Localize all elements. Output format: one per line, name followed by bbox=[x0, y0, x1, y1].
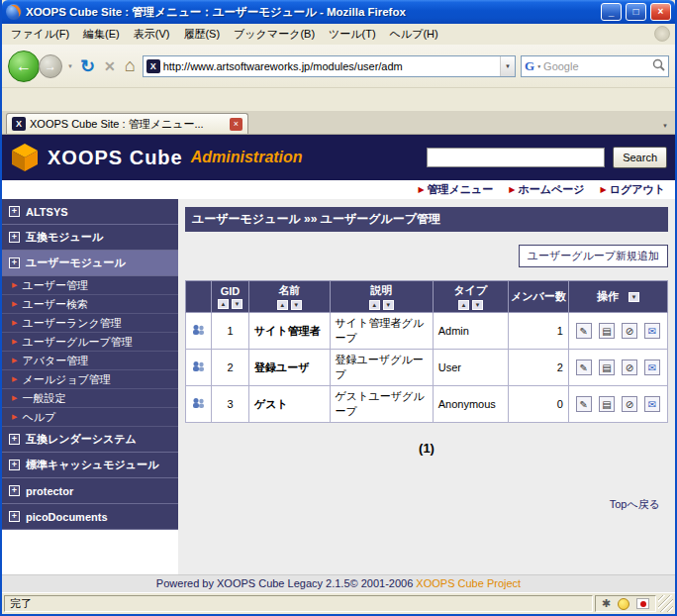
sort-desc-icon[interactable]: ▼ bbox=[472, 300, 483, 310]
sidebar-subitem-user-rank[interactable]: ▶ ユーザーランク管理 bbox=[2, 314, 178, 333]
sort-asc-icon[interactable]: ▲ bbox=[458, 300, 469, 310]
nav-home-page[interactable]: ▶ ホームページ bbox=[509, 182, 584, 197]
minimize-button[interactable]: _ bbox=[601, 3, 622, 21]
tab-bar: X XOOPS Cube Site : 管理メニュー... × ▼ bbox=[2, 112, 675, 135]
reload-button[interactable]: ↻ bbox=[78, 55, 97, 77]
magnifier-icon[interactable] bbox=[652, 58, 665, 73]
sidebar-item-label: picoDocuments bbox=[26, 511, 108, 523]
back-to-top-link[interactable]: Topへ戻る bbox=[185, 497, 668, 512]
sort-asc-icon[interactable]: ▲ bbox=[369, 300, 380, 310]
menu-bookmarks[interactable]: ブックマーク(B) bbox=[227, 25, 322, 44]
search-engine-dropdown-icon[interactable]: ▼ bbox=[536, 63, 541, 69]
sidebar-subitem-label: ユーザー管理 bbox=[22, 278, 88, 293]
type-column-header: タイプ ▲ ▼ bbox=[433, 281, 508, 313]
nav-admin-menu[interactable]: ▶ 管理メニュー bbox=[418, 182, 493, 197]
maximize-button[interactable]: □ bbox=[626, 3, 646, 21]
nav-logout[interactable]: ▶ ログアウト bbox=[601, 182, 665, 197]
sidebar-item-user-module[interactable]: + ユーザーモジュール bbox=[2, 251, 178, 276]
main-content: ユーザーモジュール »» ユーザーグループ管理 ユーザーグループ新規追加 GID… bbox=[178, 199, 675, 574]
close-button[interactable]: × bbox=[650, 3, 671, 21]
resize-grip[interactable] bbox=[658, 595, 673, 612]
sidebar-subitem-label: メールジョブ管理 bbox=[22, 372, 110, 387]
smiley-icon[interactable] bbox=[618, 598, 629, 610]
mail-button[interactable]: ✉ bbox=[644, 396, 660, 412]
sidebar-item-render-system[interactable]: + 互換レンダーシステム bbox=[2, 427, 178, 453]
copy-button[interactable]: ▤ bbox=[599, 323, 615, 339]
icon-column-header bbox=[186, 281, 212, 313]
sort-desc-icon[interactable]: ▼ bbox=[232, 299, 242, 309]
sidebar-subitem-general-settings[interactable]: ▶ 一般設定 bbox=[2, 389, 178, 408]
sidebar-item-cache-module[interactable]: + 標準キャッシュモジュール bbox=[2, 453, 178, 478]
sort-desc-icon[interactable]: ▼ bbox=[383, 300, 394, 310]
sidebar-item-protector[interactable]: + protector bbox=[2, 478, 178, 504]
sidebar-subitem-label: ユーザー検索 bbox=[22, 297, 88, 312]
sidebar-subitem-user-group[interactable]: ▶ ユーザーグループ管理 bbox=[2, 333, 178, 352]
menu-history[interactable]: 履歴(S) bbox=[176, 25, 227, 44]
stop-button[interactable]: ✕ bbox=[102, 58, 118, 74]
site-header: XOOPS Cube Administration Search bbox=[2, 135, 675, 180]
mail-icon: ✉ bbox=[648, 326, 656, 337]
menu-view[interactable]: 表示(V) bbox=[127, 25, 177, 44]
gid-cell: 1 bbox=[212, 313, 249, 350]
site-search-input[interactable] bbox=[427, 148, 605, 167]
edit-icon: ✎ bbox=[580, 362, 588, 373]
table-row: 3 ゲスト ゲストユーザグループ Anonymous 0 ✎ ▤ ⊘ ✉ bbox=[186, 386, 668, 423]
mail-button[interactable]: ✉ bbox=[644, 323, 660, 339]
disable-button[interactable]: ⊘ bbox=[622, 359, 637, 375]
forward-button[interactable]: → bbox=[39, 54, 62, 78]
url-input[interactable] bbox=[163, 60, 497, 72]
google-icon[interactable]: G bbox=[525, 58, 534, 74]
url-dropdown-icon[interactable]: ▼ bbox=[500, 56, 515, 76]
nav-logout-label: ログアウト bbox=[610, 182, 665, 197]
disable-button[interactable]: ⊘ bbox=[622, 396, 637, 412]
sidebar-item-label: ユーザーモジュール bbox=[26, 256, 126, 270]
members-cell: 1 bbox=[509, 313, 569, 350]
nav-admin-menu-label: 管理メニュー bbox=[428, 182, 494, 197]
edit-button[interactable]: ✎ bbox=[576, 359, 592, 375]
sidebar-item-label: 互換レンダーシステム bbox=[26, 432, 137, 447]
copy-button[interactable]: ▤ bbox=[599, 396, 615, 412]
desc-cell: ゲストユーザグループ bbox=[330, 386, 433, 423]
tab-close-icon[interactable]: × bbox=[230, 118, 242, 131]
sidebar-item-compat-module[interactable]: + 互換モジュール bbox=[2, 225, 178, 251]
menu-file[interactable]: ファイル(F) bbox=[4, 25, 76, 44]
home-button[interactable]: ⌂ bbox=[123, 55, 138, 76]
edit-button[interactable]: ✎ bbox=[576, 323, 592, 339]
sidebar-item-altsys[interactable]: + ALTSYS bbox=[2, 199, 178, 225]
sort-asc-icon[interactable]: ▲ bbox=[218, 299, 229, 309]
table-row: 2 登録ユーザ 登録ユーザグループ User 2 ✎ ▤ ⊘ ✉ bbox=[186, 350, 668, 386]
type-cell: User bbox=[433, 350, 508, 386]
mail-icon: ✉ bbox=[648, 362, 656, 373]
sidebar-subitem-mailjob[interactable]: ▶ メールジョブ管理 bbox=[2, 370, 178, 389]
expand-plus-icon: + bbox=[9, 460, 20, 470]
table-options-icon[interactable]: ▼ bbox=[629, 292, 639, 302]
japan-flag-icon[interactable] bbox=[636, 598, 649, 609]
sidebar-subitem-help[interactable]: ▶ ヘルプ bbox=[2, 408, 178, 427]
type-cell: Anonymous bbox=[433, 386, 508, 423]
web-search-box: G ▼ bbox=[521, 55, 669, 77]
tab-list-dropdown-icon[interactable]: ▼ bbox=[662, 123, 668, 129]
copy-button[interactable]: ▤ bbox=[599, 359, 615, 375]
extension-icon[interactable]: ✱ bbox=[602, 597, 611, 610]
mail-button[interactable]: ✉ bbox=[644, 359, 660, 375]
sidebar-item-label: 標準キャッシュモジュール bbox=[26, 458, 158, 472]
history-dropdown-icon[interactable]: ▼ bbox=[67, 63, 73, 69]
sort-asc-icon[interactable]: ▲ bbox=[277, 300, 288, 310]
edit-button[interactable]: ✎ bbox=[576, 396, 592, 412]
menu-help[interactable]: ヘルプ(H) bbox=[383, 25, 445, 44]
sidebar-subitem-avatar[interactable]: ▶ アバター管理 bbox=[2, 352, 178, 370]
sidebar-item-picodocuments[interactable]: + picoDocuments bbox=[2, 504, 178, 530]
add-group-button[interactable]: ユーザーグループ新規追加 bbox=[519, 245, 668, 267]
sidebar-subitem-user-search[interactable]: ▶ ユーザー検索 bbox=[2, 295, 178, 314]
menu-tools[interactable]: ツール(T) bbox=[322, 25, 383, 44]
xoops-project-link[interactable]: XOOPS Cube Project bbox=[416, 577, 521, 589]
web-search-input[interactable] bbox=[543, 60, 650, 72]
sidebar-subitem-user-management[interactable]: ▶ ユーザー管理 bbox=[2, 276, 178, 295]
disable-button[interactable]: ⊘ bbox=[622, 323, 637, 339]
sort-desc-icon[interactable]: ▼ bbox=[291, 300, 302, 310]
back-button[interactable]: ← bbox=[8, 51, 40, 82]
site-search-button[interactable]: Search bbox=[613, 147, 667, 168]
throbber-icon bbox=[654, 26, 670, 42]
tab-xoops-admin[interactable]: X XOOPS Cube Site : 管理メニュー... × bbox=[6, 113, 248, 134]
menu-edit[interactable]: 編集(E) bbox=[76, 25, 127, 44]
